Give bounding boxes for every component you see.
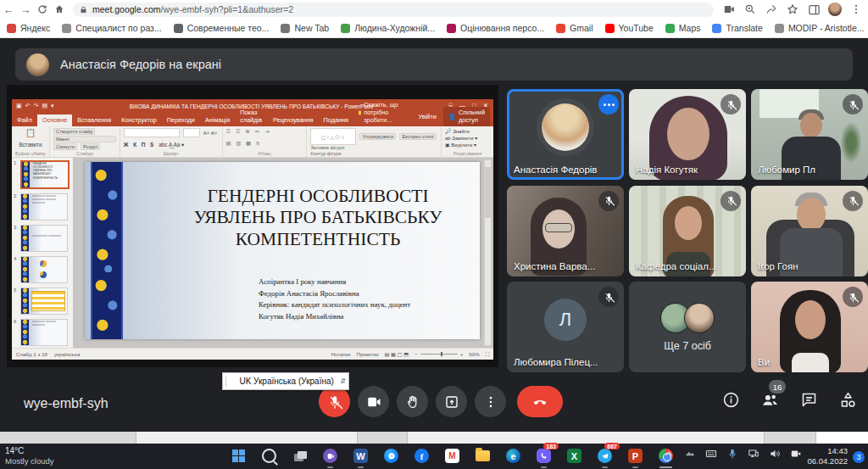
tab-view[interactable]: Подання: [319, 114, 353, 126]
share-icon[interactable]: [765, 3, 778, 16]
language-indicator[interactable]: українська: [54, 351, 80, 357]
slide-thumbnail[interactable]: 5: [14, 288, 71, 315]
vertical-scrollbar[interactable]: [484, 159, 492, 346]
bookmark[interactable]: Translate: [712, 23, 762, 33]
tray-chevron-icon[interactable]: [663, 448, 675, 463]
bookmark[interactable]: Оцінювання персо...: [447, 23, 544, 33]
mic-button[interactable]: [319, 386, 350, 417]
quick-styles-button[interactable]: Експрес-стилі: [399, 133, 436, 140]
zoom-level[interactable]: 69%: [469, 351, 479, 357]
reload-icon[interactable]: [34, 2, 51, 17]
tile-igor[interactable]: Ігор Гоян: [751, 186, 868, 276]
replace-button[interactable]: ab Замінити ▾: [445, 135, 490, 141]
tile-anastasia[interactable]: Анастасія Федорів: [507, 89, 624, 180]
font-size-box[interactable]: [183, 128, 200, 137]
taskbar-clock[interactable]: 14:43 06.04.2022: [807, 446, 848, 466]
tray-volume-icon[interactable]: [769, 448, 781, 463]
start-button[interactable]: [229, 446, 248, 466]
tab-animations[interactable]: Анімація: [200, 114, 235, 126]
bookmark[interactable]: New Tab: [281, 23, 329, 33]
windows-language-bar[interactable]: UK Українська (Україна) ⇵: [222, 372, 349, 390]
camera-button[interactable]: [358, 386, 389, 417]
view-buttons[interactable]: ▤ ▦ ▢ ⬒: [384, 351, 409, 357]
bookmark[interactable]: Людина-Художній...: [341, 23, 435, 33]
tile-overflow[interactable]: Ще 7 осіб: [629, 282, 746, 372]
tile-you[interactable]: Ви: [751, 282, 868, 372]
powerpoint-icon[interactable]: P: [626, 446, 645, 466]
tab-file[interactable]: Файл: [12, 114, 37, 126]
bookmark[interactable]: Яндекс: [7, 23, 50, 33]
slide-thumbnail[interactable]: 2▭▭▭▭▭ ▭▭▭▭ ▭▭▭▭▭ ▭▭▭▭ ▭▭▭▭▭: [14, 193, 71, 221]
meeting-details-icon[interactable]: [721, 389, 741, 410]
new-slide-button[interactable]: Створити слайд: [53, 128, 95, 135]
tell-me-box[interactable]: Скажіть, що потрібно зробити...: [353, 99, 419, 126]
slide-thumbnail[interactable]: 1ГЕНДЕРНІ ОСОБЛИВОСТІ УЯВЛЕНЬ ПРО БАТЬКІ…: [14, 160, 71, 189]
paste-icon[interactable]: 📋: [25, 128, 36, 137]
tile-lyubomyr[interactable]: Любомир Пл: [751, 89, 868, 180]
slide-canvas[interactable]: ГЕНДЕРНІ ОСОБЛИВОСТІ УЯВЛЕНЬ ПРО БАТЬКІВ…: [73, 158, 493, 348]
shapes-gallery[interactable]: ◻○△⬠☆: [310, 128, 356, 145]
tile-nadiya[interactable]: Надія Когутяк: [629, 89, 746, 180]
shape-fill-button[interactable]: Заливка фігури: [310, 145, 437, 150]
home-icon[interactable]: [51, 2, 68, 17]
slide-thumbnail[interactable]: 3▭▭▭▭▭▭ ▭▭▭▭▭: [14, 225, 71, 252]
file-explorer-icon[interactable]: [473, 446, 492, 466]
search-button[interactable]: [259, 446, 279, 466]
media-camera-icon[interactable]: [722, 3, 736, 16]
quick-access-toolbar[interactable]: ▣↶↷▤▾: [16, 103, 54, 109]
paste-button[interactable]: Вставити: [15, 142, 46, 148]
weather-widget[interactable]: 14°C Mostly cloudy: [5, 446, 54, 466]
back-icon[interactable]: ←: [0, 2, 17, 17]
font-style-buttons[interactable]: Ж К П S: [124, 142, 156, 148]
tab-review[interactable]: Рецензування: [268, 114, 319, 126]
tray-camera-icon[interactable]: [790, 448, 802, 463]
undo-icon[interactable]: ↶: [25, 103, 31, 109]
select-button[interactable]: ▣ Виділити ▾: [445, 142, 490, 148]
save-icon[interactable]: ▣: [16, 103, 22, 109]
arrange-button[interactable]: Упорядкувати: [359, 133, 396, 140]
bookmark[interactable]: YouTube: [605, 23, 654, 33]
bookmark[interactable]: MODIP - Aristotle...: [775, 23, 865, 33]
language-bar-options-icon[interactable]: ⇵: [340, 377, 346, 385]
video-call-app-icon[interactable]: [320, 446, 340, 466]
find-button[interactable]: 🔎 Знайти: [445, 128, 490, 134]
fit-slide-icon[interactable]: ⛶: [486, 351, 489, 358]
word-icon[interactable]: W: [351, 446, 370, 466]
qat-dropdown-icon[interactable]: ▾: [51, 103, 54, 109]
slide-thumbnail[interactable]: 4: [14, 256, 71, 283]
tab-insert[interactable]: Вставлення: [72, 114, 116, 126]
tab-transitions[interactable]: Переходи: [162, 114, 200, 126]
gmail-icon[interactable]: M: [442, 446, 462, 466]
profile-avatar[interactable]: [828, 3, 842, 16]
bookmark[interactable]: Специалист по раз...: [62, 23, 161, 33]
share-button[interactable]: 👤Спільний доступ: [443, 107, 490, 126]
bookmark[interactable]: Gmail: [556, 23, 593, 33]
tile-khrystyna[interactable]: Христина Варва...: [507, 186, 624, 276]
reset-button[interactable]: Скинути: [53, 143, 77, 150]
forward-icon[interactable]: →: [17, 2, 34, 17]
viber-icon[interactable]: 183: [534, 446, 554, 466]
end-call-button[interactable]: [517, 386, 563, 417]
sign-in-button[interactable]: Увійти: [419, 113, 437, 120]
zoom-slider[interactable]: −+: [415, 351, 463, 357]
font-name-box[interactable]: [124, 128, 180, 137]
bookmark-star-icon[interactable]: [786, 3, 799, 16]
address-bar[interactable]: meet.google.com/wye-embf-syh?pli=1&authu…: [73, 3, 714, 17]
edge-icon[interactable]: e: [504, 446, 523, 466]
tab-slideshow[interactable]: Показ слайдів: [235, 107, 268, 126]
chat-icon[interactable]: [798, 389, 819, 410]
layout-button[interactable]: Макет: [53, 136, 116, 142]
more-options-button[interactable]: [475, 386, 506, 417]
notification-count-badge[interactable]: 3: [853, 451, 865, 463]
slideshow-icon[interactable]: ▤: [42, 103, 47, 109]
task-view-button[interactable]: [290, 446, 309, 466]
tile-lyubomyra[interactable]: Л Любомира Пілец...: [507, 282, 624, 372]
bookmark[interactable]: Maps: [665, 23, 701, 33]
bookmark[interactable]: Современные тео...: [174, 23, 270, 33]
tab-home[interactable]: Основне: [37, 114, 72, 126]
tray-hidden-icon[interactable]: [684, 448, 696, 463]
redo-icon[interactable]: ↷: [34, 103, 39, 109]
slide-thumbnails-panel[interactable]: 1ГЕНДЕРНІ ОСОБЛИВОСТІ УЯВЛЕНЬ ПРО БАТЬКІ…: [12, 158, 73, 348]
language-bar-grip[interactable]: [225, 376, 231, 387]
participants-icon[interactable]: 16: [760, 389, 780, 410]
